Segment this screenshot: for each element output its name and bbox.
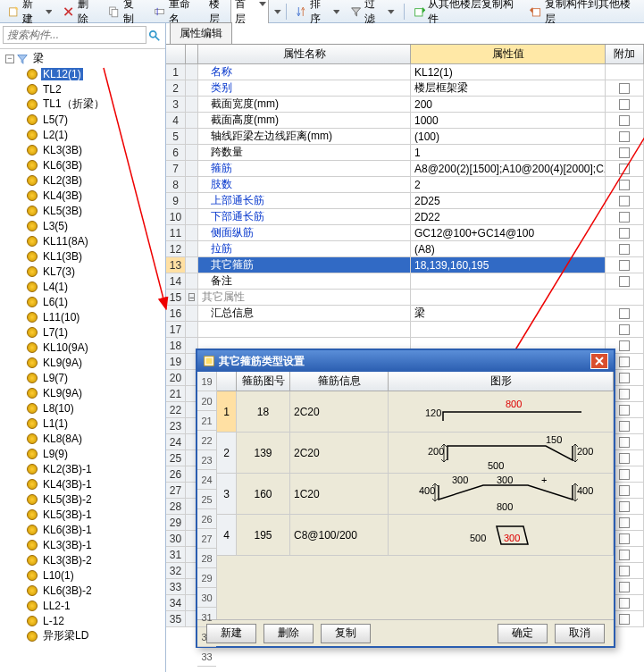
dialog-row-code[interactable]: 139 bbox=[237, 433, 290, 473]
tree-item[interactable]: KL6(3B)-2 bbox=[27, 583, 165, 598]
tree-item[interactable]: L5(7) bbox=[27, 112, 165, 127]
checkbox[interactable] bbox=[619, 485, 630, 496]
tree-item[interactable]: KL7(3) bbox=[27, 264, 165, 279]
tree-item[interactable]: KL2(3B)-1 bbox=[27, 461, 165, 476]
checkbox[interactable] bbox=[619, 180, 630, 190]
row-value[interactable]: 2 bbox=[411, 177, 606, 192]
checkbox[interactable] bbox=[619, 373, 630, 383]
dialog-row[interactable]: 31601C20400300300+400800 bbox=[217, 474, 614, 515]
checkbox[interactable] bbox=[619, 437, 630, 448]
dialog-row-info[interactable]: 2C20 bbox=[290, 433, 389, 473]
dialog-row-code[interactable]: 18 bbox=[237, 391, 290, 432]
tree-item[interactable]: L-12 bbox=[27, 613, 165, 628]
checkbox[interactable] bbox=[619, 357, 630, 367]
tree-item[interactable]: L9(7) bbox=[27, 370, 165, 385]
checkbox[interactable] bbox=[619, 147, 630, 158]
tree-item[interactable]: KL12(1) bbox=[27, 66, 165, 81]
tree-item[interactable]: KL6(3B)-1 bbox=[27, 522, 165, 537]
row-value[interactable]: 2D25 bbox=[411, 193, 606, 208]
tree-item[interactable]: L8(10) bbox=[27, 400, 165, 416]
grid-row[interactable]: 10下部通长筋2D22 bbox=[166, 209, 644, 225]
tree-item[interactable]: L11(10) bbox=[27, 309, 165, 324]
tree-item[interactable]: KL5(3B)-2 bbox=[27, 491, 165, 507]
tree-item[interactable]: TL1（折梁） bbox=[27, 97, 165, 112]
grid-row[interactable]: 14备注 bbox=[166, 273, 644, 290]
tree-item[interactable]: L4(1) bbox=[27, 279, 165, 294]
grid-row[interactable]: 8肢数2 bbox=[166, 177, 644, 193]
checkbox[interactable] bbox=[619, 308, 630, 319]
grid-row[interactable]: 15−其它属性 bbox=[166, 290, 644, 306]
dialog-row-info[interactable]: C8@100/200 bbox=[290, 515, 389, 555]
dialog-row[interactable]: 1182C20120800 bbox=[217, 391, 614, 433]
row-value[interactable]: 200 bbox=[411, 97, 606, 112]
grid-row[interactable]: 17 bbox=[166, 322, 644, 338]
grid-row[interactable]: 5轴线距梁左边线距离(mm)(100) bbox=[166, 129, 644, 145]
dialog-ok-button[interactable]: 确定 bbox=[498, 624, 548, 643]
tree-item[interactable]: KL11(8A) bbox=[27, 233, 165, 248]
dialog-delete-button[interactable]: 删除 bbox=[263, 624, 314, 643]
grid-row[interactable]: 12拉筋(A8) bbox=[166, 241, 644, 257]
checkbox[interactable] bbox=[619, 582, 630, 592]
grid-row[interactable]: 6跨数量1 bbox=[166, 145, 644, 161]
tree-item[interactable]: KL9(9A) bbox=[27, 355, 165, 370]
checkbox[interactable] bbox=[619, 131, 630, 142]
checkbox[interactable] bbox=[619, 598, 630, 609]
dialog-row[interactable]: 21392C20200500150200 bbox=[217, 433, 614, 474]
grid-row[interactable]: 13其它箍筋18,139,160,195 bbox=[166, 257, 644, 273]
tree-item[interactable]: KL3(3B)-2 bbox=[27, 552, 165, 567]
tree-item[interactable]: L10(1) bbox=[27, 567, 165, 583]
tree-item[interactable]: L7(1) bbox=[27, 324, 165, 340]
collapse-icon[interactable]: − bbox=[5, 55, 14, 63]
tree-item[interactable]: L3(5) bbox=[27, 218, 165, 233]
checkbox[interactable] bbox=[619, 614, 630, 625]
row-value[interactable]: 1000 bbox=[411, 113, 606, 128]
row-value[interactable]: 18,139,160,195 bbox=[411, 257, 606, 273]
row-value[interactable]: 梁 bbox=[411, 306, 606, 321]
checkbox[interactable] bbox=[619, 517, 630, 528]
checkbox[interactable] bbox=[619, 324, 630, 335]
tree-item[interactable]: KL3(3B) bbox=[27, 142, 165, 157]
dialog-row-info[interactable]: 2C20 bbox=[290, 391, 389, 432]
tree-item[interactable]: L1(1) bbox=[27, 416, 165, 431]
tree-item[interactable]: TL2 bbox=[27, 81, 165, 97]
tree-item[interactable]: LL2-1 bbox=[27, 598, 165, 613]
checkbox[interactable] bbox=[619, 228, 630, 239]
checkbox[interactable] bbox=[619, 164, 630, 174]
tree-item[interactable]: KL5(3B) bbox=[27, 203, 165, 218]
checkbox[interactable] bbox=[619, 99, 630, 110]
checkbox[interactable] bbox=[619, 196, 630, 206]
grid-row[interactable]: 7箍筋A8@200(2)[1500];A10@200(4)[2000];C12@… bbox=[166, 161, 644, 177]
tree-item[interactable]: KL1(3B) bbox=[27, 248, 165, 264]
search-input[interactable] bbox=[3, 26, 146, 44]
grid-row[interactable]: 1名称KL12(1) bbox=[166, 64, 644, 80]
grid-row[interactable]: 16汇总信息梁 bbox=[166, 306, 644, 322]
grid-row[interactable]: 2类别楼层框架梁 bbox=[166, 80, 644, 97]
dialog-cancel-button[interactable]: 取消 bbox=[555, 624, 605, 643]
tree-item[interactable]: L6(1) bbox=[27, 294, 165, 309]
dialog-row[interactable]: 4195C8@100/200500300 bbox=[217, 515, 614, 556]
tree-item[interactable]: KL6(3B) bbox=[27, 157, 165, 172]
tree-item[interactable]: KL2(3B) bbox=[27, 172, 165, 188]
row-value[interactable] bbox=[411, 322, 606, 337]
row-value[interactable]: (100) bbox=[411, 129, 606, 144]
checkbox[interactable] bbox=[619, 550, 630, 560]
row-value[interactable] bbox=[411, 290, 606, 305]
dialog-row-code[interactable]: 195 bbox=[237, 515, 290, 555]
checkbox[interactable] bbox=[619, 501, 630, 512]
tree-item[interactable]: 异形梁LD bbox=[27, 628, 165, 643]
dialog-close-button[interactable] bbox=[590, 353, 608, 369]
grid-row[interactable]: 3截面宽度(mm)200 bbox=[166, 97, 644, 113]
checkbox[interactable] bbox=[619, 389, 630, 399]
tree-item[interactable]: KL3(3B)-1 bbox=[27, 537, 165, 552]
checkbox[interactable] bbox=[619, 405, 630, 416]
checkbox[interactable] bbox=[619, 276, 630, 287]
row-value[interactable]: 1 bbox=[411, 145, 606, 160]
grid-row[interactable]: 9上部通长筋2D25 bbox=[166, 193, 644, 209]
checkbox[interactable] bbox=[619, 260, 630, 271]
grid-row[interactable]: 11侧面纵筋GC12@100+GC14@100 bbox=[166, 225, 644, 241]
checkbox[interactable] bbox=[619, 421, 630, 432]
tree-root-node[interactable]: − 梁 bbox=[4, 51, 165, 66]
row-value[interactable]: 2D22 bbox=[411, 209, 606, 224]
dialog-copy-button[interactable]: 复制 bbox=[321, 624, 371, 643]
row-value[interactable]: KL12(1) bbox=[411, 64, 606, 80]
